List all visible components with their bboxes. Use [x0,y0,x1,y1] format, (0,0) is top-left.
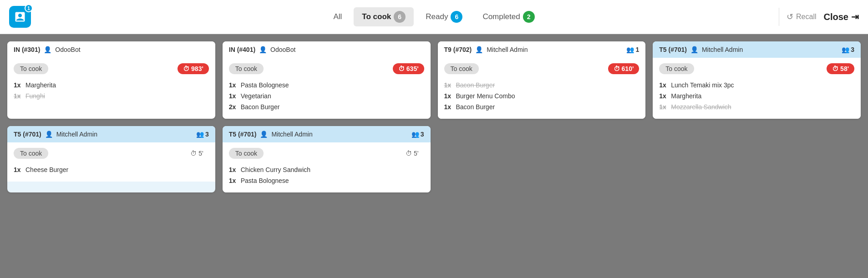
order-id-6: T5 (#701) [229,131,257,138]
item-list-2: 1xPasta Bolognese 1xVegetarian 2xBacon B… [229,80,424,112]
tab-completed-count: 2 [523,11,535,23]
timer-badge-3: ⏱ 610' [608,63,640,74]
guests-badge-5: 👥 3 [196,131,209,138]
clock-icon-5: ⏱ [190,150,197,157]
status-badge-3: To cook [444,63,479,74]
list-item: 1xMozzarella Sandwich [659,101,854,112]
clock-icon-2: ⏱ [398,65,405,72]
user-name-6: Mitchell Admin [271,131,312,138]
card-header-3: T9 (#702) 👤 Mitchell Admin 👥 1 [438,41,646,58]
clock-icon-6: ⏱ [406,150,412,157]
top-actions: ↺ Recall Close ⇥ [779,8,859,26]
timer-value-3: 610' [622,65,634,72]
board: IN (#301) 👤 OdooBot To cook ⏱ 983' 1xMar… [0,34,868,200]
tab-to-cook-label: To cook [362,12,391,21]
status-row-4: To cook ⏱ 58' [659,63,854,74]
item-list-6: 1xChicken Curry Sandwich 1xPasta Bologne… [229,164,424,186]
user-name-5: Mitchell Admin [56,131,97,138]
guests-icon-3: 👥 [626,46,634,53]
order-card-4[interactable]: T5 (#701) 👤 Mitchell Admin 👥 3 To cook ⏱… [653,41,861,119]
card-header-1: IN (#301) 👤 OdooBot [7,41,215,58]
item-list-1: 1xMargherita 1xFunghi [14,80,209,101]
tab-to-cook[interactable]: To cook 6 [354,7,414,26]
close-icon: ⇥ [851,11,859,22]
timer-badge-1: ⏱ 983' [178,63,209,74]
card-body-4: To cook ⏱ 58' 1xLunch Temaki mix 3pc 1xM… [653,58,861,119]
timer-value-5: 5' [198,150,203,157]
nav-tabs: All To cook 6 Ready 6 Completed 2 [325,7,543,26]
user-name-3: Mitchell Admin [487,46,528,53]
card-header-6: T5 (#701) 👤 Mitchell Admin 👥 3 [223,126,431,142]
card-header-4: T5 (#701) 👤 Mitchell Admin 👥 3 [653,41,861,58]
order-card-5[interactable]: T5 (#701) 👤 Mitchell Admin 👥 3 To cook ⏱… [7,126,215,192]
card-header-5: T5 (#701) 👤 Mitchell Admin 👥 3 [7,126,215,142]
recall-icon: ↺ [787,12,793,22]
list-item: 1xMargherita [659,91,854,101]
status-row-1: To cook ⏱ 983' [14,63,209,74]
tab-ready-count: 6 [451,11,462,23]
timer-value-4: 58' [840,65,849,72]
timer-badge-5: ⏱ 5' [185,148,208,159]
guests-icon-5: 👥 [196,131,204,138]
status-row-3: To cook ⏱ 610' [444,63,640,74]
item-list-5: 1xCheese Burger [14,164,209,175]
recall-button[interactable]: ↺ Recall [787,12,816,22]
close-label: Close [824,12,848,22]
timer-badge-2: ⏱ 635' [393,63,424,74]
order-id-1: IN (#301) [14,46,40,53]
list-item: 1xBurger Menu Combo [444,91,640,101]
card-body-2: To cook ⏱ 635' 1xPasta Bolognese 1xVeget… [223,58,431,119]
list-item: 1xVegetarian [229,91,424,101]
user-name-1: OdooBot [55,46,80,53]
guests-count-5: 3 [205,131,209,138]
timer-value-6: 5' [414,150,418,157]
tab-ready[interactable]: Ready 6 [417,7,471,26]
guests-badge-6: 👥 3 [411,131,424,138]
close-button[interactable]: Close ⇥ [824,11,859,22]
list-item: 1xBacon Burger [444,101,640,112]
app-badge: 1 [25,4,33,12]
order-card-1[interactable]: IN (#301) 👤 OdooBot To cook ⏱ 983' 1xMar… [7,41,215,119]
tab-completed[interactable]: Completed 2 [474,7,543,26]
clock-icon-3: ⏱ [614,65,620,72]
clock-icon-4: ⏱ [832,65,838,72]
app-icon[interactable]: 1 [9,6,31,28]
tab-all[interactable]: All [325,9,350,25]
list-item: 1xPasta Bolognese [229,80,424,91]
status-badge-2: To cook [229,63,264,74]
guests-count-6: 3 [421,131,424,138]
order-id-5: T5 (#701) [14,131,41,138]
guests-count-3: 1 [635,46,639,53]
top-bar: 1 All To cook 6 Ready 6 Completed 2 ↺ Re… [0,0,868,34]
user-icon-1: 👤 [44,46,51,53]
card-header-2: IN (#401) 👤 OdooBot [223,41,431,58]
item-list-3: 1xBacon Burger 1xBurger Menu Combo 1xBac… [444,80,640,112]
card-body-1: To cook ⏱ 983' 1xMargherita 1xFunghi [7,58,215,108]
user-name-4: Mitchell Admin [702,46,743,53]
recall-label: Recall [796,13,816,21]
card-body-5: To cook ⏱ 5' 1xCheese Burger [7,142,215,182]
order-id-4: T5 (#701) [659,46,687,53]
user-name-2: OdooBot [270,46,295,53]
order-id-3: T9 (#702) [444,46,472,53]
order-card-6[interactable]: T5 (#701) 👤 Mitchell Admin 👥 3 To cook ⏱… [223,126,431,192]
list-item: 2xBacon Burger [229,101,424,112]
user-icon-3: 👤 [475,46,483,53]
list-item: 1xLunch Temaki mix 3pc [659,80,854,91]
list-item: 1xFunghi [14,91,209,101]
status-badge-4: To cook [659,63,694,74]
order-id-2: IN (#401) [229,46,255,53]
guests-count-4: 3 [851,46,854,53]
tab-ready-label: Ready [426,12,448,21]
status-badge-1: To cook [14,63,48,74]
tab-to-cook-count: 6 [394,11,406,23]
tab-all-label: All [333,12,342,21]
status-badge-6: To cook [229,148,264,159]
list-item: 1xChicken Curry Sandwich [229,164,424,175]
guests-icon-6: 👥 [411,131,419,138]
guests-badge-3: 👥 1 [626,46,639,53]
order-card-3[interactable]: T9 (#702) 👤 Mitchell Admin 👥 1 To cook ⏱… [438,41,646,119]
status-row-6: To cook ⏱ 5' [229,148,424,159]
status-row-2: To cook ⏱ 635' [229,63,424,74]
order-card-2[interactable]: IN (#401) 👤 OdooBot To cook ⏱ 635' 1xPas… [223,41,431,119]
